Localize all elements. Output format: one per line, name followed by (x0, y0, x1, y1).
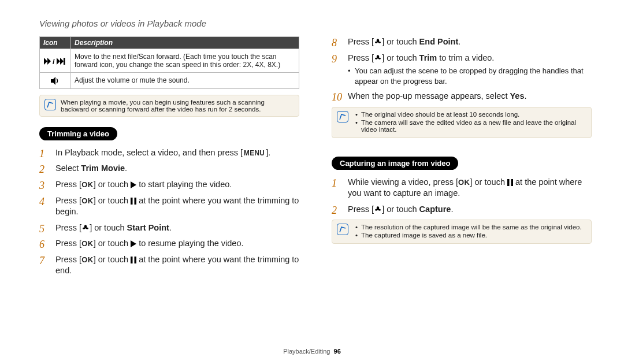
menu-button-label: MENU (244, 148, 265, 158)
step-1: In Playback mode, select a video, and th… (39, 147, 299, 159)
step-7: Press [OK] or touch at the point where y… (39, 254, 299, 277)
icon-description-table: Icon Description / (39, 36, 299, 89)
note-box-capture: The resolution of the captured image wil… (332, 220, 592, 244)
play-icon (131, 240, 136, 247)
svg-marker-6 (51, 77, 55, 85)
svg-marker-7 (131, 181, 136, 188)
step-4: Press [OK] or touch at the point where y… (39, 195, 299, 218)
note-box-playback-delay: When playing a movie, you can begin usin… (39, 95, 299, 117)
step-5: Press [] or touch Start Point. (39, 222, 299, 234)
svg-marker-0 (44, 58, 47, 65)
ok-button-label: OK (81, 196, 94, 205)
pause-icon (131, 198, 136, 205)
ok-button-label: OK (81, 239, 94, 248)
ok-button-label: OK (81, 180, 94, 189)
step-9: Press [] or touch Trim to trim a video. … (332, 53, 592, 87)
left-column: Icon Description / (39, 36, 299, 281)
note-text: The camera will save the edited video as… (355, 119, 586, 133)
svg-rect-5 (64, 58, 65, 65)
steps-capture: While viewing a video, press [OK] or tou… (332, 177, 592, 216)
capture-step-1: While viewing a video, press [OK] or tou… (332, 177, 592, 199)
note-text: When playing a movie, you can begin usin… (61, 99, 294, 113)
desc-fastforward: Move to the next file/Scan forward. (Eac… (71, 49, 299, 73)
macro-flower-icon (374, 38, 382, 46)
note-icon (337, 111, 348, 122)
svg-marker-1 (47, 58, 51, 65)
capture-step-2: Press [] or touch Capture. (332, 204, 592, 216)
pause-icon (507, 179, 513, 186)
note-text: The original video should be at least 10… (355, 111, 586, 118)
step-2: Select Trim Movie. (39, 163, 299, 174)
page-title: Viewing photos or videos in Playback mod… (39, 18, 592, 28)
step-9-note: You can adjust the scene to be cropped b… (348, 66, 592, 86)
svg-marker-3 (57, 58, 60, 65)
svg-text:/: / (53, 58, 55, 65)
note-text: The resolution of the captured image wil… (355, 224, 582, 231)
svg-marker-10 (131, 240, 136, 247)
th-description: Description (71, 37, 299, 49)
step-3: Press [OK] or touch to start playing the… (39, 179, 299, 191)
section-heading-capture: Capturing an image from video (332, 157, 458, 170)
play-icon (131, 181, 136, 188)
pause-icon (131, 257, 136, 263)
section-heading-trimming: Trimming a video (39, 127, 117, 140)
step-8: Press [] or touch End Point. (332, 36, 592, 48)
macro-flower-icon (81, 224, 90, 232)
right-column: Press [] or touch End Point. Press [] or… (332, 36, 592, 281)
note-icon (44, 99, 56, 110)
step-10: When the pop-up message appears, select … (332, 91, 592, 102)
ok-button-label: OK (458, 178, 470, 187)
volume-icon (40, 73, 71, 89)
steps-trimming-continued: Press [] or touch End Point. Press [] or… (332, 36, 592, 102)
note-icon (337, 224, 348, 235)
table-row: / Move to the next file/Scan forward. (E… (40, 49, 299, 73)
svg-marker-4 (60, 58, 64, 65)
note-box-trim-constraints: The original video should be at least 10… (332, 107, 592, 138)
th-icon: Icon (40, 37, 71, 49)
macro-flower-icon (374, 54, 382, 62)
table-row: Adjust the volume or mute the sound. (40, 73, 299, 89)
step-6: Press [OK] or touch to resume playing th… (39, 238, 299, 250)
desc-volume: Adjust the volume or mute the sound. (71, 73, 299, 89)
steps-trimming: In Playback mode, select a video, and th… (39, 147, 299, 277)
page-footer: Playback/Editing 96 (0, 348, 624, 355)
macro-flower-icon (374, 205, 382, 213)
note-text: The captured image is saved as a new fil… (355, 232, 582, 239)
svg-rect-13 (507, 179, 510, 186)
fastforward-next-icon: / (40, 49, 71, 73)
svg-rect-8 (131, 198, 133, 205)
ok-button-label: OK (81, 255, 94, 264)
svg-rect-11 (131, 257, 133, 263)
